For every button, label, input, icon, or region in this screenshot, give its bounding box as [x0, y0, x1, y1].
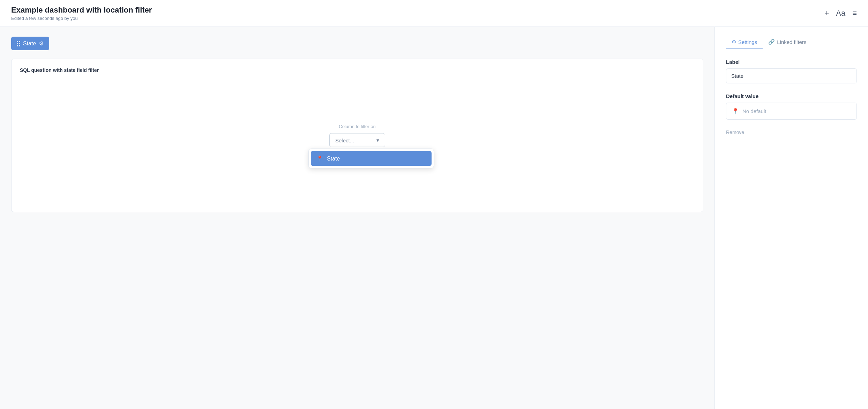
add-icon[interactable]: + — [824, 9, 829, 18]
font-icon[interactable]: Aa — [836, 9, 845, 18]
page-title: Example dashboard with location filter — [11, 6, 152, 15]
location-pin-icon: 📍 — [316, 155, 323, 162]
main-content: State ⚙ SQL question with state field fi… — [0, 27, 868, 409]
filter-section: Column to filter on Select... ▾ 📍 State — [329, 124, 385, 147]
dropdown-item-state[interactable]: 📍 State — [311, 151, 432, 166]
app-header: Example dashboard with location filter E… — [0, 0, 868, 27]
left-panel: State ⚙ SQL question with state field fi… — [0, 27, 714, 409]
column-filter-label: Column to filter on — [339, 124, 376, 129]
filter-chip-gear-icon[interactable]: ⚙ — [39, 40, 44, 47]
default-value-label: Default value — [726, 93, 857, 99]
chevron-down-icon: ▾ — [376, 137, 379, 143]
tab-settings[interactable]: ⚙ Settings — [726, 35, 763, 49]
dropdown-item-label: State — [327, 155, 340, 162]
state-filter-chip[interactable]: State ⚙ — [11, 37, 49, 50]
default-value-placeholder: No default — [742, 108, 766, 114]
linked-filters-tab-label: Linked filters — [777, 39, 806, 45]
right-panel: ⚙ Settings 🔗 Linked filters Label Defaul… — [714, 27, 868, 409]
filter-chip-label: State — [23, 40, 36, 47]
header-left: Example dashboard with location filter E… — [11, 6, 152, 21]
settings-tab-label: Settings — [738, 39, 757, 45]
settings-tab-icon: ⚙ — [732, 39, 736, 45]
filter-settings-icon[interactable]: ≡ — [852, 9, 857, 18]
remove-link[interactable]: Remove — [726, 129, 857, 135]
label-field-label: Label — [726, 59, 857, 65]
default-value-form-group: Default value 📍 No default — [726, 93, 857, 120]
tab-linked-filters[interactable]: 🔗 Linked filters — [763, 35, 812, 49]
card-title: SQL question with state field filter — [20, 67, 695, 73]
sql-question-card: SQL question with state field filter Col… — [11, 59, 703, 212]
drag-handle-icon[interactable] — [17, 41, 20, 46]
label-form-group: Label — [726, 59, 857, 83]
link-icon: 🔗 — [768, 39, 775, 45]
header-actions: + Aa ≡ — [824, 9, 857, 18]
label-input[interactable] — [726, 68, 857, 83]
select-placeholder: Select... — [335, 137, 354, 143]
column-select-wrapper: Select... ▾ 📍 State — [329, 133, 385, 147]
default-value-box[interactable]: 📍 No default — [726, 103, 857, 120]
default-location-icon: 📍 — [732, 108, 739, 114]
column-dropdown-menu: 📍 State — [308, 149, 434, 169]
column-select-button[interactable]: Select... ▾ — [329, 133, 385, 147]
page-subtitle: Edited a few seconds ago by you — [11, 16, 152, 21]
settings-tabs: ⚙ Settings 🔗 Linked filters — [726, 35, 857, 49]
